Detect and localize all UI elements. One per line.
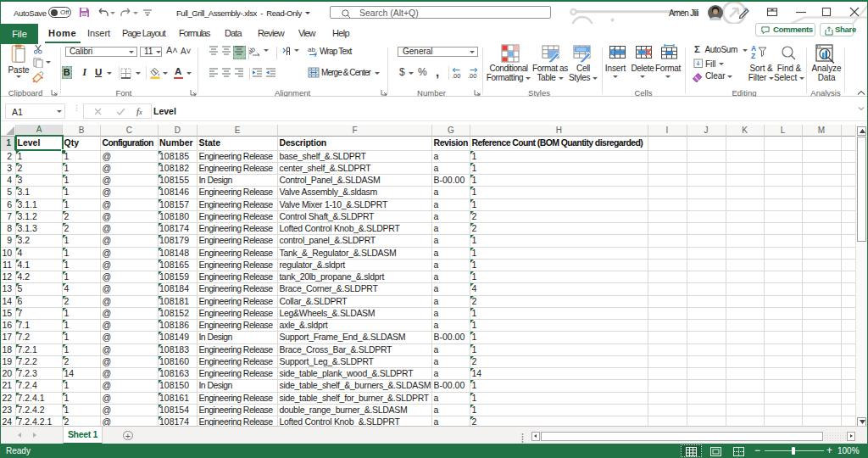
svg-text:.00: .00 (468, 72, 476, 79)
svg-text:Z: Z (751, 52, 755, 60)
svg-text:.00: .00 (452, 72, 460, 79)
svg-text:ab: ab (249, 45, 257, 56)
svg-text:ab: ab (308, 46, 315, 53)
